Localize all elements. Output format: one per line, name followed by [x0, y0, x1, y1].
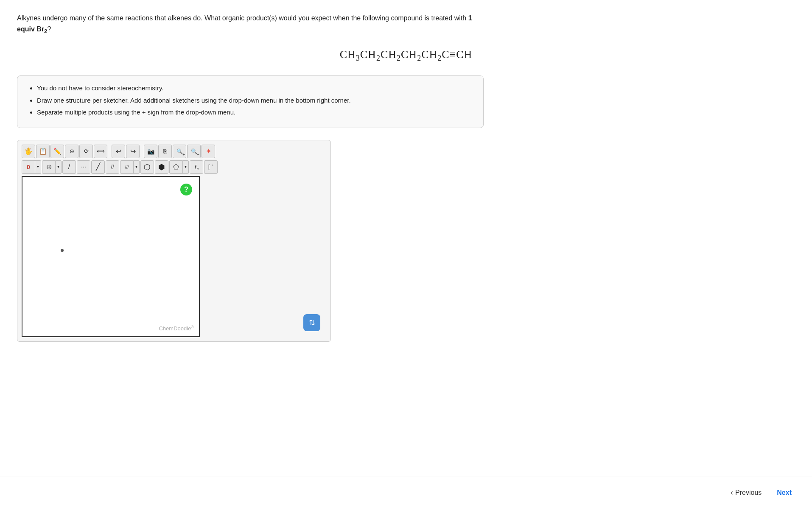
zoom-out-btn[interactable]: 🔍−	[187, 145, 201, 158]
rotate-tool[interactable]: ⟳	[79, 145, 93, 158]
fn-group-btn[interactable]: ƒn	[190, 160, 203, 174]
instruction-item-3: Separate multiple products using the + s…	[37, 108, 473, 117]
redo-btn[interactable]: ↪	[126, 145, 140, 158]
toolbar-row-1: 🖐 📋 ✏️ ⊛ ⟳ ⟺ ↩ ↪ 📷 ⎘ 🔍+	[22, 145, 326, 158]
single-bond-btn[interactable]: /	[62, 160, 76, 174]
add-atom-dropdown-arrow[interactable]: ▼	[56, 160, 62, 174]
question-trailing: ?	[47, 25, 51, 33]
shape-dropdown[interactable]: ⬠ ▼	[169, 160, 189, 174]
atom-label-display: 0	[27, 164, 30, 170]
right-panel: ⇅	[200, 176, 326, 337]
drawing-canvas[interactable]: ? ChemDoodle®	[22, 176, 200, 337]
compound-formula: CH3CH2CH2CH2CH2C≡CH	[17, 48, 795, 63]
bold-bond-btn[interactable]: ╱	[91, 160, 105, 174]
atom-label-dropdown[interactable]: 0 ▼	[22, 160, 41, 174]
bond-dropdown-arrow[interactable]: ▼	[134, 160, 140, 174]
hexagon-btn[interactable]: ⬡	[140, 160, 154, 174]
expand-btn[interactable]: ⇅	[303, 314, 320, 331]
flip-tool[interactable]: ⟺	[94, 145, 107, 158]
hexagon-filled-btn[interactable]: ⬢	[155, 160, 168, 174]
undo-btn[interactable]: ↩	[112, 145, 125, 158]
pencil-tool[interactable]: ✏️	[50, 145, 64, 158]
bond-dropdown[interactable]: /// ▼	[120, 160, 140, 174]
zoom-in-btn[interactable]: 🔍+	[173, 145, 186, 158]
next-button[interactable]: Next	[769, 485, 799, 501]
chemdoodle-label: ChemDoodle®	[159, 325, 194, 332]
previous-button[interactable]: ‹ Previous	[723, 484, 769, 501]
hand-tool[interactable]: 🖐	[22, 145, 35, 158]
add-atom-dropdown[interactable]: ⊕ ▼	[42, 160, 62, 174]
instructions-box: You do not have to consider stereochemis…	[17, 75, 484, 128]
instruction-item-2: Draw one structure per sketcher. Add add…	[37, 96, 473, 106]
screenshot-btn[interactable]: 📷	[144, 145, 157, 158]
sketcher-container: 🖐 📋 ✏️ ⊛ ⟳ ⟺ ↩ ↪ 📷 ⎘ 🔍+	[17, 140, 331, 342]
bracket-btn[interactable]: [ +	[204, 160, 218, 174]
atom-label-dropdown-arrow[interactable]: ▼	[35, 160, 41, 174]
chevron-left-icon: ‹	[731, 488, 733, 497]
copy-btn[interactable]: ⎘	[158, 145, 172, 158]
lasso-tool[interactable]: ⊛	[65, 145, 78, 158]
toolbar-row-2: 0 ▼ ⊕ ▼ / ⋯ ╱ // /// ▼	[22, 160, 326, 174]
nav-footer: ‹ Previous Next	[0, 477, 812, 508]
instructions-list: You do not have to consider stereochemis…	[28, 84, 473, 117]
dot-indicator	[61, 249, 64, 252]
clipboard-tool[interactable]: 📋	[36, 145, 50, 158]
clean-btn[interactable]: ✦	[202, 145, 215, 158]
shape-dropdown-arrow[interactable]: ▼	[183, 160, 189, 174]
question-text: Alkynes undergo many of the same reactio…	[17, 13, 484, 36]
question-intro: Alkynes undergo many of the same reactio…	[17, 14, 468, 22]
dashed-bond-btn[interactable]: ⋯	[77, 160, 90, 174]
drawing-area-wrapper: ? ChemDoodle® ⇅	[22, 176, 326, 337]
help-button[interactable]: ?	[180, 184, 192, 195]
instruction-item-1: You do not have to consider stereochemis…	[37, 84, 473, 93]
double-bond-btn[interactable]: //	[106, 160, 119, 174]
